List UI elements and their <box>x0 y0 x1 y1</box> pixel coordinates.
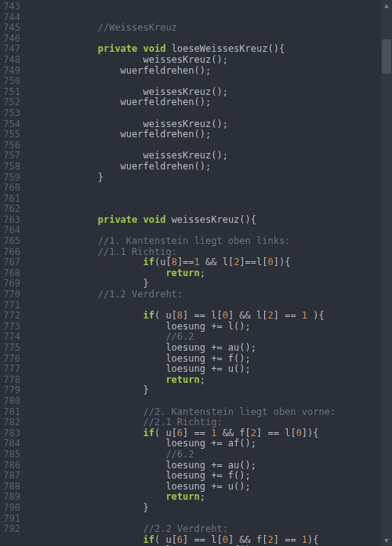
line-number: 780 <box>3 396 20 407</box>
code-line: } <box>30 503 389 514</box>
line-number: 748 <box>3 55 20 66</box>
code-line: weissesKreuz(); <box>30 119 389 130</box>
code-line: loesung += u(); <box>30 482 389 493</box>
line-number: 788 <box>3 482 20 493</box>
scrollbar-thumb[interactable] <box>382 39 391 74</box>
vertical-scrollbar[interactable]: ▲ ▼ <box>381 0 392 546</box>
line-number: 747 <box>3 44 20 55</box>
line-number: 774 <box>3 332 20 343</box>
code-line: if( u[6] == 1 && f[2] == l[0]){ <box>30 428 389 439</box>
line-number: 778 <box>3 375 20 386</box>
line-number: 750 <box>3 76 20 87</box>
code-line: loesung += au(); <box>30 343 389 354</box>
code-line: return; <box>30 492 389 503</box>
code-line <box>30 108 389 119</box>
code-line <box>30 76 389 87</box>
code-line: weissesKreuz(); <box>30 55 389 66</box>
code-line: //6.2 <box>30 450 389 460</box>
code-line <box>30 396 389 407</box>
line-number: 781 <box>3 407 20 418</box>
code-line <box>30 34 389 45</box>
code-line: //6.2 <box>30 332 389 343</box>
code-line <box>30 204 389 215</box>
line-number: 756 <box>3 140 20 151</box>
line-number: 753 <box>3 108 20 119</box>
line-number: 745 <box>3 23 20 34</box>
code-line <box>30 514 389 525</box>
code-line: weissesKreuz(); <box>30 151 389 162</box>
line-number: 787 <box>3 471 20 482</box>
code-line: loesung += u(); <box>30 364 389 375</box>
code-line: loesung += l(); <box>30 322 389 333</box>
line-number: 791 <box>3 514 20 525</box>
line-number: 772 <box>3 311 20 322</box>
code-line: loesung += af(); <box>30 439 389 450</box>
line-number: 776 <box>3 354 20 365</box>
code-line: loesung += f(); <box>30 471 389 482</box>
code-editor[interactable]: //WeissesKreuz private void loeseWeisses… <box>27 0 392 546</box>
code-line: private void weissesKreuz(){ <box>30 215 389 226</box>
code-line: loesung += f(); <box>30 354 389 365</box>
code-line: //WeissesKreuz <box>30 23 389 34</box>
code-line: //2.1 Richtig: <box>30 417 389 428</box>
line-number: 746 <box>3 34 20 45</box>
code-line: //1.1 Richtig: <box>30 247 389 258</box>
code-line: } <box>30 278 389 289</box>
line-number: 765 <box>3 236 20 247</box>
line-number: 785 <box>3 450 20 460</box>
line-number: 749 <box>3 66 20 77</box>
code-line: } <box>30 385 389 396</box>
line-number: 743 <box>3 2 20 13</box>
code-line: weissesKreuz(); <box>30 87 389 98</box>
scroll-up-arrow[interactable]: ▲ <box>381 0 392 11</box>
code-line <box>30 183 389 194</box>
line-number: 761 <box>3 194 20 205</box>
line-number: 769 <box>3 278 20 289</box>
line-number: 759 <box>3 173 20 184</box>
line-number-gutter: 7437447457467477487497507517527537547557… <box>0 0 27 546</box>
line-number: 770 <box>3 289 20 300</box>
line-number: 755 <box>3 129 20 140</box>
code-line: return; <box>30 268 389 279</box>
line-number: 751 <box>3 87 20 98</box>
code-line: private void loeseWeissesKreuz(){ <box>30 44 389 55</box>
line-number: 752 <box>3 97 20 108</box>
line-number: 764 <box>3 225 20 236</box>
code-line: //1.2 Verdreht: <box>30 289 389 300</box>
code-line: if(u[8]==1 && l[2]==l[0]){ <box>30 257 389 268</box>
code-line: } <box>30 173 389 184</box>
code-line: wuerfeldrehen(); <box>30 162 389 173</box>
line-number: 763 <box>3 215 20 226</box>
line-number: 766 <box>3 247 20 258</box>
code-line: return; <box>30 375 389 386</box>
code-line: //2.2 Verdreht: <box>30 524 389 535</box>
code-line: wuerfeldrehen(); <box>30 66 389 77</box>
line-number: 760 <box>3 183 20 194</box>
code-line: //2. Kantenstein liegt oben vorne: <box>30 407 389 418</box>
line-number: 768 <box>3 268 20 279</box>
scroll-down-arrow[interactable]: ▼ <box>381 535 392 546</box>
line-number: 784 <box>3 439 20 450</box>
line-number: 783 <box>3 428 20 439</box>
code-line: wuerfeldrehen(); <box>30 97 389 108</box>
line-number: 773 <box>3 322 20 333</box>
line-number: 757 <box>3 151 20 162</box>
code-line: wuerfeldrehen(); <box>30 129 389 140</box>
line-number: 777 <box>3 364 20 375</box>
line-number: 762 <box>3 204 20 215</box>
line-number: 786 <box>3 460 20 471</box>
line-number: 792 <box>3 524 20 535</box>
line-number: 775 <box>3 343 20 354</box>
code-line <box>30 194 389 205</box>
code-line: loesung += au(); <box>30 460 389 471</box>
line-number: 767 <box>3 257 20 268</box>
code-line <box>30 300 389 311</box>
code-line <box>30 225 389 236</box>
line-number: 771 <box>3 300 20 311</box>
line-number: 754 <box>3 119 20 130</box>
line-number: 790 <box>3 503 20 514</box>
code-line <box>30 140 389 151</box>
line-number: 758 <box>3 162 20 173</box>
line-number: 744 <box>3 13 20 24</box>
line-number: 782 <box>3 417 20 428</box>
